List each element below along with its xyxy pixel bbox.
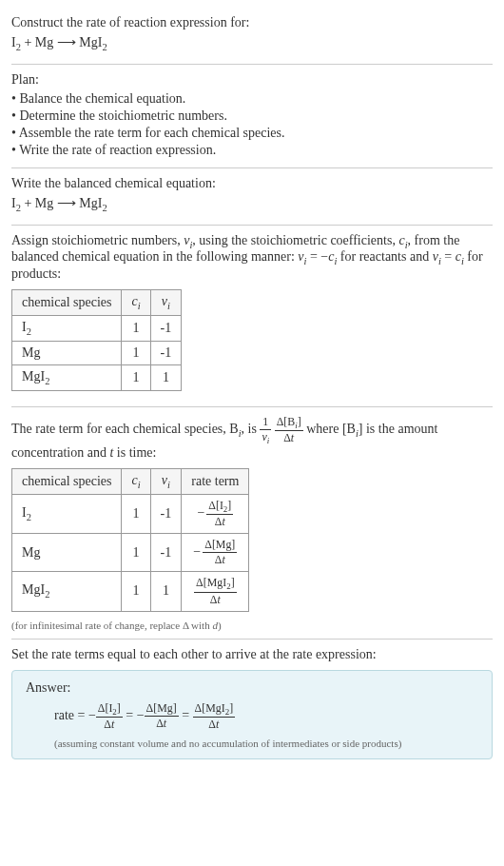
col-species: chemical species [12, 290, 122, 316]
plan-item: • Determine the stoichiometric numbers. [11, 108, 493, 124]
plan-item: • Assemble the rate term for each chemic… [11, 126, 493, 141]
stoich-text: Assign stoichiometric numbers, νi, using… [11, 233, 493, 283]
cell-ci: 1 [122, 534, 150, 572]
col-vi: νi [150, 290, 182, 316]
answer-expression: rate = −Δ[I2]Δt = −Δ[Mg]Δt = Δ[MgI2]Δt [54, 701, 478, 732]
table-row: Mg 1 -1 −Δ[Mg]Δt [12, 534, 249, 572]
balanced-equation: I2 + Mg ⟶ MgI2 [11, 195, 493, 213]
cell-ci: 1 [122, 494, 150, 533]
table-row: I2 1 -1 [12, 315, 182, 341]
intro-equation: I2 + Mg ⟶ MgI2 [11, 34, 493, 52]
rateterm-table: chemical species ci νi rate term I2 1 -1… [11, 468, 249, 612]
cell-rate: Δ[MgI2]Δt [182, 572, 249, 611]
plan-item: • Write the rate of reaction expression. [11, 143, 493, 158]
col-ci: ci [122, 290, 150, 316]
rateterm-section: The rate term for each chemical species,… [11, 407, 493, 640]
plan-list: • Balance the chemical equation. • Deter… [11, 91, 493, 158]
table-row: MgI2 1 1 [12, 364, 182, 390]
cell-ci: 1 [122, 341, 150, 364]
cell-vi: -1 [150, 534, 182, 572]
answer-box: Answer: rate = −Δ[I2]Δt = −Δ[Mg]Δt = Δ[M… [11, 670, 493, 759]
rateterm-text: The rate term for each chemical species,… [11, 415, 493, 461]
rateterm-note: (for infinitesimal rate of change, repla… [11, 620, 493, 631]
cell-species: MgI2 [12, 364, 122, 390]
cell-vi: 1 [150, 364, 182, 390]
table-header-row: chemical species ci νi [12, 290, 182, 316]
cell-species: Mg [12, 341, 122, 364]
cell-species: MgI2 [12, 572, 122, 611]
final-section: Set the rate terms equal to each other t… [11, 640, 493, 767]
col-species: chemical species [12, 468, 122, 494]
plan-item: • Balance the chemical equation. [11, 91, 493, 107]
cell-ci: 1 [122, 364, 150, 390]
rateterm-formula: 1νi Δ[Bi]Δt [260, 422, 302, 436]
col-vi: νi [150, 468, 182, 494]
plan-section: Plan: • Balance the chemical equation. •… [11, 65, 493, 168]
table-row: Mg 1 -1 [12, 341, 182, 364]
cell-ci: 1 [122, 315, 150, 341]
cell-ci: 1 [122, 572, 150, 611]
cell-species: I2 [12, 315, 122, 341]
col-ci: ci [122, 468, 150, 494]
cell-vi: -1 [150, 315, 182, 341]
balanced-section: Write the balanced chemical equation: I2… [11, 168, 493, 226]
table-row: I2 1 -1 −Δ[I2]Δt [12, 494, 249, 533]
intro-title: Construct the rate of reaction expressio… [11, 15, 493, 30]
cell-vi: -1 [150, 494, 182, 533]
col-rate: rate term [182, 468, 249, 494]
cell-rate: −Δ[Mg]Δt [182, 534, 249, 572]
plan-label: Plan: [11, 72, 493, 88]
table-header-row: chemical species ci νi rate term [12, 468, 249, 494]
stoich-section: Assign stoichiometric numbers, νi, using… [11, 226, 493, 407]
table-row: MgI2 1 1 Δ[MgI2]Δt [12, 572, 249, 611]
balanced-title: Write the balanced chemical equation: [11, 176, 493, 191]
cell-vi: -1 [150, 341, 182, 364]
intro-section: Construct the rate of reaction expressio… [11, 8, 493, 65]
answer-label: Answer: [26, 680, 478, 696]
cell-vi: 1 [150, 572, 182, 611]
cell-rate: −Δ[I2]Δt [182, 494, 249, 533]
stoich-table: chemical species ci νi I2 1 -1 Mg 1 -1 M… [11, 289, 182, 390]
final-title: Set the rate terms equal to each other t… [11, 647, 493, 662]
cell-species: I2 [12, 494, 122, 533]
rateterm-before: The rate term for each chemical species,… [11, 422, 260, 436]
cell-species: Mg [12, 534, 122, 572]
answer-note: (assuming constant volume and no accumul… [54, 738, 478, 749]
